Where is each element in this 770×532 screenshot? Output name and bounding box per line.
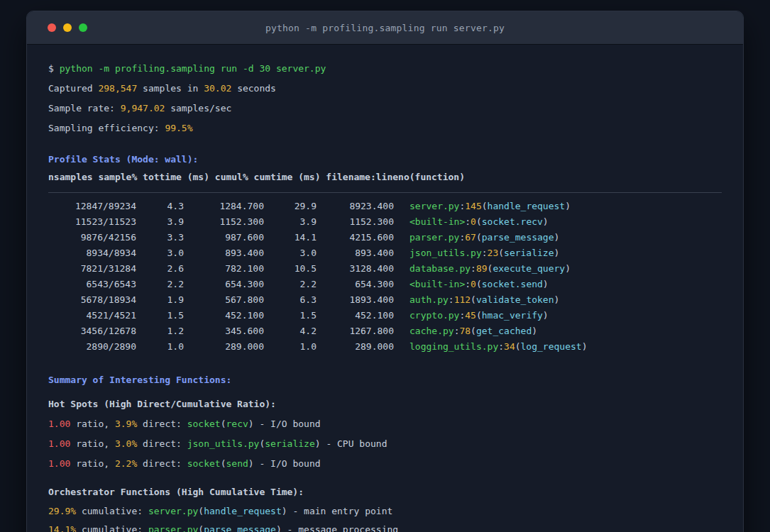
target-name: json_utils.py [187, 438, 260, 449]
text-segment: ) [543, 279, 549, 289]
text-segment: ( [221, 419, 226, 429]
filename: <built-in> [409, 216, 465, 227]
function-name: parse_message [482, 232, 554, 243]
function-name: get_cached [476, 326, 532, 336]
line-number: 0 [471, 216, 476, 227]
orchestrator-heading: Orchestrator Functions (High Cumulative … [48, 482, 722, 502]
tottime-ms: 567.800 [184, 292, 264, 308]
text-segment: ( [198, 506, 204, 516]
filename: parser.py [409, 232, 459, 243]
bound-label: - I/O bound [254, 458, 321, 469]
text-segment: ) [543, 310, 549, 321]
text-segment: ) [248, 458, 254, 469]
terminal-window: python -m profiling.sampling run server.… [26, 11, 744, 532]
bound-label: - CPU bound [321, 438, 387, 449]
filename: logging_utils.py [409, 341, 498, 352]
hotspot-line: 1.00 ratio, 3.0% direct: json_utils.py(s… [48, 434, 722, 454]
cumul-percent: 6.3 [264, 292, 317, 308]
sample-percent: 1.5 [136, 308, 184, 323]
nsamples: 4521/4521 [48, 308, 136, 323]
text-segment: ) [565, 263, 571, 274]
text-segment: : [465, 279, 471, 289]
text-segment: cumulative: [76, 524, 148, 532]
cumtime-ms: 452.100 [317, 308, 394, 323]
text-segment: Sample rate: [48, 103, 121, 113]
function-name: serialize [504, 248, 554, 258]
text-segment: ratio, [70, 458, 115, 469]
text-segment: ) [543, 216, 549, 227]
text-segment: ) [315, 438, 321, 449]
filename: server.py [409, 201, 459, 211]
cumul-percent: 10.5 [264, 261, 317, 277]
profile-stats-heading: Profile Stats (Mode: wall): [48, 150, 722, 170]
sample-percent: 3.3 [136, 230, 184, 245]
nsamples: 7821/31284 [48, 261, 136, 277]
sample-percent: 3.9 [136, 214, 184, 230]
table-row: 4521/45211.5452.1001.5452.100crypto.py:4… [48, 308, 722, 323]
text-segment: : [471, 263, 476, 274]
text-segment: direct: [137, 458, 187, 469]
ratio-value: 1.00 [48, 458, 70, 469]
target-name: socket [187, 419, 221, 429]
nsamples: 5678/18934 [48, 292, 136, 308]
tottime-ms: 1284.700 [184, 199, 264, 214]
maximize-button[interactable] [79, 23, 87, 32]
nsamples: 2890/2890 [48, 339, 136, 355]
line-number: 145 [465, 201, 481, 211]
profile-table: 12847/892344.31284.70029.98923.400server… [48, 199, 722, 355]
nsamples: 12847/89234 [48, 199, 136, 214]
text-segment: : [498, 341, 504, 352]
function-name: handle_request [488, 201, 566, 211]
text-segment: direct: [137, 438, 187, 449]
minimize-button[interactable] [63, 23, 72, 32]
close-button[interactable] [48, 23, 56, 32]
hotspots-heading: Hot Spots (High Direct/Cumulative Ratio)… [48, 394, 722, 414]
filename: server.py [148, 506, 198, 516]
tottime-ms: 452.100 [184, 308, 264, 323]
text-segment: ) [582, 341, 588, 352]
function-name: send [226, 458, 248, 469]
function-name: socket.send [482, 279, 543, 289]
table-row: 2890/28901.0289.0001.0289.000logging_uti… [48, 339, 722, 355]
cumtime-ms: 893.400 [317, 245, 394, 261]
table-divider [48, 192, 722, 193]
text-segment: ( [476, 310, 482, 321]
text-segment: samples/sec [165, 103, 231, 113]
terminal-titlebar[interactable]: python -m profiling.sampling run server.… [27, 11, 743, 45]
cumul-percent: 1.0 [264, 339, 317, 355]
text-segment: Captured [48, 83, 98, 94]
text-segment: ) [554, 248, 560, 258]
function-name: hmac_verify [482, 310, 543, 321]
text-segment: : [449, 294, 454, 305]
efficiency-percent: 99.5% [165, 123, 192, 133]
filename: database.py [409, 263, 471, 274]
command-line: $ python -m profiling.sampling run -d 30… [48, 59, 722, 79]
line-number: 78 [459, 326, 471, 336]
text-segment: seconds [231, 83, 276, 94]
terminal-body[interactable]: $ python -m profiling.sampling run -d 30… [27, 45, 743, 532]
function-name: socket.recv [482, 216, 543, 227]
text-segment: ) [554, 294, 560, 305]
text-segment: ( [476, 232, 482, 243]
cumul-percent: 3.9 [264, 214, 317, 230]
bound-label: - I/O bound [254, 419, 321, 429]
table-row: 12847/892344.31284.70029.98923.400server… [48, 199, 722, 214]
table-row: 5678/189341.9567.8006.31893.400auth.py:1… [48, 292, 722, 308]
line-number: 67 [465, 232, 476, 243]
samples-count: 298,547 [98, 83, 137, 94]
function-name: parse_message [204, 524, 276, 532]
text-segment: ) [282, 506, 287, 516]
sample-percent: 1.2 [136, 323, 184, 339]
table-row: 8934/89343.0893.4003.0893.400json_utils.… [48, 245, 722, 261]
cumtime-ms: 1267.800 [317, 323, 394, 339]
text-segment: ratio, [70, 419, 115, 429]
line-number: 89 [476, 263, 488, 274]
cumul-percent: 14.1 [264, 230, 317, 245]
table-row: 7821/312842.6782.10010.53128.400database… [48, 261, 722, 277]
text-segment: ( [515, 341, 521, 352]
text-segment: ratio, [70, 438, 115, 449]
cumtime-ms: 1893.400 [317, 292, 394, 308]
table-row: 6543/65432.2654.3002.2654.300<built-in>:… [48, 277, 722, 292]
sample-rate: 9,947.02 [121, 103, 165, 113]
stat-line: Sampling efficiency: 99.5% [48, 118, 722, 138]
